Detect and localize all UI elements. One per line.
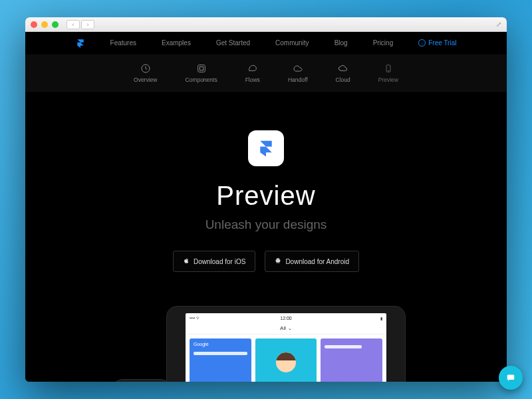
subnav-overview[interactable]: Overview — [134, 63, 157, 83]
svg-point-4 — [388, 70, 388, 70]
cta-label: Free Trial — [428, 39, 456, 47]
overview-icon — [140, 63, 151, 74]
subnav-label: Overview — [134, 76, 157, 83]
subnav-cloud[interactable]: Cloud — [336, 63, 350, 83]
download-ios-button[interactable]: Download for iOS — [173, 251, 255, 272]
tablet-time: 12:00 — [280, 316, 292, 321]
secondary-nav: Overview Components Flows Handoff Cloud … — [25, 55, 507, 92]
apple-icon — [183, 257, 190, 266]
chat-widget-button[interactable] — [499, 366, 523, 390]
subnav-preview[interactable]: Preview — [378, 63, 398, 83]
download-android-button[interactable]: Download for Android — [265, 251, 359, 272]
card-purple — [321, 338, 382, 382]
button-label: Download for iOS — [194, 258, 245, 265]
subnav-label: Components — [185, 76, 217, 83]
device-mockups: •••• ᯤ 12:00 ▮ All ⌄ Google — [25, 306, 507, 382]
subnav-label: Cloud — [336, 76, 350, 83]
subnav-label: Preview — [378, 76, 398, 83]
zoom-icon[interactable] — [52, 21, 59, 28]
primary-nav: Features Examples Get Started Community … — [25, 32, 507, 55]
svg-rect-1 — [198, 65, 205, 72]
download-row: Download for iOS Download for Android — [173, 251, 359, 272]
phone-icon — [383, 63, 394, 74]
tablet-statusbar: •••• ᯤ 12:00 ▮ — [186, 313, 386, 323]
tab-label: All — [280, 325, 286, 331]
phone-mockup — [113, 379, 170, 382]
cloud-icon — [338, 63, 348, 74]
chevron-down-icon: ⌄ — [288, 326, 292, 331]
minimize-icon[interactable] — [41, 21, 48, 28]
handoff-icon — [293, 63, 303, 74]
card-label: Google — [190, 338, 251, 350]
svg-rect-5 — [507, 375, 515, 380]
nav-examples[interactable]: Examples — [162, 39, 191, 47]
free-trial-button[interactable]: ↓ Free Trial — [418, 39, 456, 47]
tablet-tabbar: All ⌄ — [186, 323, 386, 334]
subnav-components[interactable]: Components — [185, 63, 217, 83]
card-avatar — [255, 338, 317, 382]
battery-icon: ▮ — [380, 316, 382, 321]
tablet-cards: Google — [186, 334, 386, 382]
nav-features[interactable]: Features — [110, 39, 136, 47]
page-subtitle: Unleash your designs — [205, 217, 327, 232]
nav-buttons: ‹ › — [66, 20, 94, 29]
components-icon — [196, 63, 207, 74]
nav-pricing[interactable]: Pricing — [373, 39, 394, 47]
app-icon — [248, 130, 284, 166]
window-titlebar: ‹ › ⤢ — [25, 17, 507, 32]
card-google: Google — [190, 338, 251, 382]
placeholder-bar — [325, 345, 362, 348]
close-icon[interactable] — [31, 21, 37, 28]
search-bar — [194, 352, 247, 355]
page-content: Features Examples Get Started Community … — [25, 32, 507, 382]
forward-button[interactable]: › — [81, 20, 94, 29]
nav-blog[interactable]: Blog — [334, 39, 348, 47]
signal-icon: •••• ᯤ — [190, 316, 200, 320]
framer-logo-icon[interactable] — [76, 39, 85, 48]
subnav-label: Handoff — [288, 76, 308, 83]
button-label: Download for Android — [285, 258, 349, 265]
hero-section: Preview Unleash your designs Download fo… — [25, 92, 507, 272]
browser-window: ‹ › ⤢ Features Examples Get Started Comm… — [25, 17, 507, 382]
download-ring-icon: ↓ — [418, 39, 426, 47]
avatar-illustration — [276, 352, 296, 372]
page-title: Preview — [216, 181, 315, 211]
traffic-lights — [31, 21, 59, 28]
subnav-flows[interactable]: Flows — [245, 63, 260, 83]
subnav-label: Flows — [245, 76, 260, 83]
subnav-handoff[interactable]: Handoff — [288, 63, 308, 83]
tablet-screen: •••• ᯤ 12:00 ▮ All ⌄ Google — [186, 313, 386, 382]
nav-community[interactable]: Community — [275, 39, 309, 47]
flows-icon — [247, 63, 258, 74]
android-icon — [275, 257, 281, 266]
svg-rect-2 — [200, 66, 203, 70]
back-button[interactable]: ‹ — [66, 20, 80, 29]
tablet-mockup: •••• ᯤ 12:00 ▮ All ⌄ Google — [166, 306, 406, 382]
nav-get-started[interactable]: Get Started — [216, 39, 250, 47]
resize-icon: ⤢ — [496, 21, 501, 28]
